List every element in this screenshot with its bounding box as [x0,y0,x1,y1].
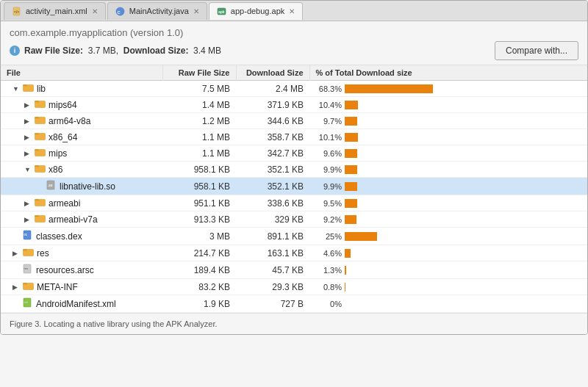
raw-size-cell: 1.4 MB [162,97,236,113]
expand-icon[interactable]: ▼ [12,85,20,93]
file-size-row: i Raw File Size: 3.7 MB, Download Size: … [10,41,578,60]
expand-icon[interactable]: ▶ [12,283,20,291]
raw-size-cell: 958.1 KB [162,178,236,195]
file-cell: 01 classes.dex [1,228,162,245]
pct-cell: 1.3% [309,261,587,279]
expand-icon[interactable]: ▶ [24,117,32,125]
table-row[interactable]: ▼ lib 7.5 MB2.4 MB 68.3% [1,81,587,97]
file-cell: ▶ META-INF [1,279,162,295]
pct-label: 1.3% [315,266,342,275]
file-name: x86_64 [49,132,77,142]
pct-cell: 0% [309,295,587,313]
file-cell: res resources.arsc [1,261,162,279]
caption-text: Figure 3. Locating a native library usin… [10,319,218,328]
file-name: classes.dex [36,231,82,242]
pct-cell: 4.6% [309,245,587,261]
table-row[interactable]: ▶ META-INF 83.2 KB29.3 KB 0.8% [1,279,587,295]
table-row[interactable]: ▶ res 214.7 KB163.1 KB 4.6% [1,245,587,261]
download-size-cell: 352.1 KB [236,178,309,195]
col-download-size: Download Size [236,65,309,81]
file-name: mips [49,148,67,159]
tab-activity-main-close[interactable]: ✕ [92,7,98,15]
app-name: com.example.myapplication [10,27,127,38]
file-type-icon [35,164,46,175]
col-raw-size: Raw File Size [162,65,236,81]
table-row[interactable]: .so libnative-lib.so 958.1 KB352.1 KB 9.… [1,178,587,195]
expand-icon[interactable]: ▶ [24,134,32,141]
pct-cell: 9.7% [309,113,587,129]
file-size-info: i Raw File Size: 3.7 MB, Download Size: … [10,46,221,56]
file-cell: ▶ arm64-v8a [1,113,162,129]
file-name: armeabi-v7a [49,214,98,225]
raw-size-value: 3.7 MB [88,46,116,56]
table-row[interactable]: </> AndroidManifest.xml 1.9 KB727 B 0% [1,295,587,313]
file-cell: ▶ armeabi-v7a [1,211,162,228]
download-size-value: 3.4 MB [193,46,221,56]
table-header-row: File Raw File Size Download Size % of To… [1,65,587,81]
tab-app-debug-close[interactable]: ✕ [289,7,295,15]
xml-file-icon: </> [12,6,22,16]
file-name: libnative-lib.so [60,181,115,192]
table-row[interactable]: ▶ mips 1.1 MB342.7 KB 9.6% [1,145,587,162]
pct-label: 10.1% [315,133,342,142]
pct-label: 0% [315,300,342,308]
pct-cell: 9.9% [309,162,587,178]
bar-track [345,117,581,126]
bar-fill [345,199,357,208]
download-size-cell: 2.4 MB [236,81,309,97]
expand-icon[interactable]: ▶ [24,200,32,207]
tab-activity-main[interactable]: </> activity_main.xml ✕ [4,2,106,20]
download-size-cell: 29.3 KB [236,279,309,295]
table-row[interactable]: ▶ mips64 1.4 MB371.9 KB 10.4% [1,97,587,113]
svg-text:</>: </> [24,300,29,304]
download-size-cell: 344.6 KB [236,113,309,129]
tab-app-debug[interactable]: apk app-debug.apk ✕ [209,2,303,20]
download-size-cell: 891.1 KB [236,228,309,245]
expand-icon[interactable]: ▶ [24,216,32,223]
svg-text:apk: apk [218,10,225,14]
pct-label: 9.9% [315,182,342,191]
table-row[interactable]: ▶ arm64-v8a 1.2 MB344.6 KB 9.7% [1,113,587,129]
file-type-icon [23,281,34,292]
figure-caption: Figure 3. Locating a native library usin… [1,313,587,334]
file-type-icon: </> [23,297,33,310]
table-row[interactable]: ▼ x86 958.1 KB352.1 KB 9.9% [1,162,587,178]
file-type-icon [23,247,34,258]
file-type-icon: 01 [23,230,33,242]
file-name: arm64-v8a [49,116,90,126]
expand-icon[interactable]: ▶ [24,150,32,157]
file-table-container: File Raw File Size Download Size % of To… [1,65,587,313]
table-row[interactable]: 01 classes.dex 3 MB891.1 KB 25% [1,228,587,245]
download-size-cell: 358.7 KB [236,129,309,145]
expand-icon[interactable]: ▶ [24,101,32,109]
bar-track [345,149,581,158]
app-title: com.example.myapplication (version 1.0) [10,27,578,38]
main-window: </> activity_main.xml ✕ C MainActivity.j… [0,0,588,335]
tab-main-activity[interactable]: C MainActivity.java ✕ [107,2,207,20]
file-size-text: Raw File Size: 3.7 MB, Download Size: 3.… [24,46,221,56]
bar-track [345,133,581,142]
raw-size-cell: 913.3 KB [162,211,236,228]
file-name: META-INF [37,282,78,292]
file-type-icon [35,115,46,126]
bar-fill [345,84,433,93]
file-name: AndroidManifest.xml [36,299,116,309]
file-name: lib [37,84,46,94]
table-row[interactable]: ▶ x86_64 1.1 MB358.7 KB 10.1% [1,129,587,145]
pct-label: 68.3% [315,84,342,93]
svg-text:01: 01 [24,233,28,236]
table-row[interactable]: ▶ armeabi 951.1 KB338.6 KB 9.5% [1,195,587,211]
table-row[interactable]: res resources.arsc 189.4 KB45.7 KB 1.3% [1,261,587,279]
bar-track [345,232,581,241]
tab-main-activity-close[interactable]: ✕ [193,7,199,15]
expand-icon[interactable]: ▼ [24,166,32,173]
table-row[interactable]: ▶ armeabi-v7a 913.3 KB329 KB 9.2% [1,211,587,228]
bar-track [345,101,581,109]
pct-cell: 9.9% [309,178,587,195]
expand-icon[interactable]: ▶ [12,250,20,257]
pct-cell: 9.2% [309,211,587,228]
pct-cell: 25% [309,228,587,245]
compare-button[interactable]: Compare with... [495,41,578,60]
file-name: x86 [49,164,62,175]
app-version: (version 1.0) [130,27,183,38]
